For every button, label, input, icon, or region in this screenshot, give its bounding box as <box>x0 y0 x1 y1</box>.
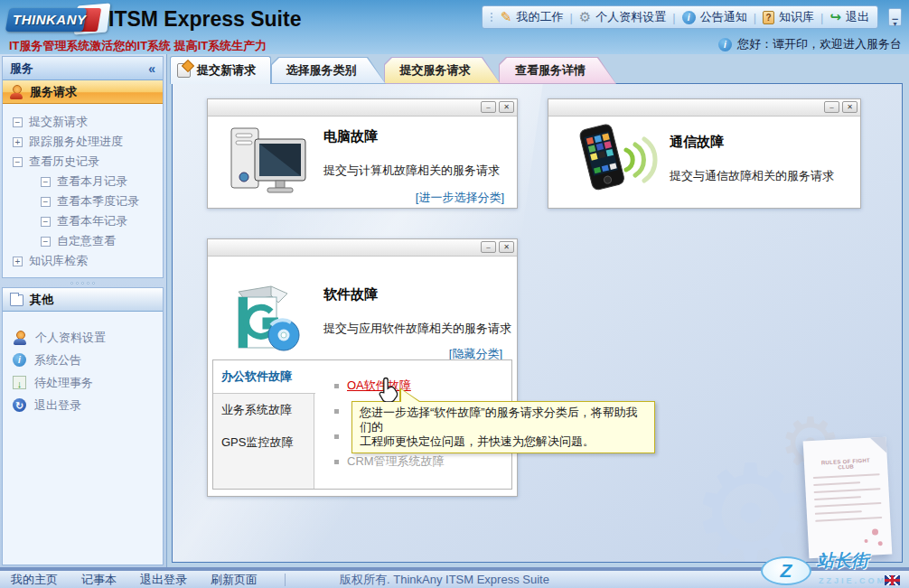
tab-select-category[interactable]: 选择服务类别 <box>271 57 386 84</box>
collapse-box-icon[interactable]: − <box>41 197 51 207</box>
sidebar-item-system-announcements[interactable]: i 系统公告 <box>3 349 163 371</box>
footer-link-home[interactable]: 我的主页 <box>11 572 58 588</box>
sidebar-item-profile-settings[interactable]: 个人资料设置 <box>3 326 163 349</box>
category-tab-office-software[interactable]: 办公软件故障 <box>213 360 315 394</box>
paper-fold-icon <box>870 437 887 454</box>
sidebar-header-other[interactable]: 其他 <box>3 288 163 312</box>
tab-row: 提交新请求 选择服务类别 提交服务请求 查看服务详情 <box>167 54 909 83</box>
card-titlebar <box>208 239 517 257</box>
close-icon[interactable] <box>842 101 857 113</box>
card-description: 提交与应用软件故障相关的服务请求 <box>323 321 511 337</box>
tree-item-year-records[interactable]: − 查看本年记录 <box>3 211 163 231</box>
sidebar-splitter[interactable] <box>2 278 164 287</box>
bullet-icon <box>334 434 339 439</box>
category-item-oa-software[interactable]: OA软件故障 <box>334 373 511 398</box>
footer-link-refresh[interactable]: 刷新页面 <box>211 572 258 588</box>
close-icon[interactable] <box>499 241 514 253</box>
paper-decor: RULES OF FIGHT CLUB <box>803 437 893 559</box>
tab-new-request-label[interactable]: 提交新请求 <box>170 56 271 84</box>
tree-item-history[interactable]: − 查看历史记录 <box>3 152 163 172</box>
footer-divider <box>285 574 286 586</box>
sidebar-panel-services: 服务 « 服务请求 − 提交新请求 + 跟踪服务处理进度 − 查看历史记录 <box>2 56 164 278</box>
tree-item-quarter-records[interactable]: − 查看本季度记录 <box>3 191 163 211</box>
toolbar-profile-settings[interactable]: 个人资料设置 <box>579 9 666 25</box>
card-communication-fault: 通信故障 提交与通信故障相关的服务请求 <box>548 98 861 209</box>
header: THINKANY ITSM Express Suite IT服务管理系统激活您的… <box>0 0 909 54</box>
minimize-icon[interactable] <box>824 101 839 113</box>
category-tab-business-system[interactable]: 业务系统故障 <box>213 394 314 426</box>
thinkany-logo: THINKANY <box>7 4 101 36</box>
toolbar-announcements[interactable]: i 公告通知 <box>682 9 747 25</box>
tab-view-details[interactable]: 查看服务详情 <box>499 57 616 84</box>
card-titlebar <box>208 99 517 117</box>
profile-icon <box>13 331 27 345</box>
app-subtitle: IT服务管理系统激活您的IT系统 提高IT系统生产力 <box>9 38 267 54</box>
knowledge-icon <box>763 11 774 24</box>
main-area: 提交新请求 选择服务类别 提交服务请求 查看服务详情 RULES OF FIGH… <box>167 54 909 567</box>
card-software-fault: 软件故障 提交与应用软件故障相关的服务请求 [隐藏分类] 办公软件故障 业务系统… <box>207 238 518 497</box>
content-panel: RULES OF FIGHT CLUB <box>172 83 903 563</box>
card-titlebar <box>548 99 860 117</box>
collapse-box-icon[interactable]: − <box>41 237 51 247</box>
exit-icon <box>829 9 841 25</box>
card-title: 通信故障 <box>670 134 724 151</box>
toolbar-overflow-button[interactable]: ▁▾ <box>888 8 902 26</box>
sidebar-item-logout[interactable]: 退出登录 <box>3 394 163 416</box>
toolbar-knowledge-base[interactable]: 知识库 <box>763 9 814 25</box>
pending-tasks-icon <box>13 376 26 389</box>
announcement-icon: i <box>13 353 26 367</box>
tree-item-track-progress[interactable]: + 跟踪服务处理进度 <box>3 132 163 152</box>
pencil-icon <box>501 9 512 25</box>
tree-item-month-records[interactable]: − 查看本月记录 <box>3 172 163 191</box>
folder-icon <box>10 294 23 306</box>
collapse-box-icon[interactable]: − <box>13 157 23 167</box>
footer: 我的主页 记事本 退出登录 刷新页面 版权所有. ThinkAny ITSM E… <box>0 567 909 588</box>
person-headset-icon <box>9 85 23 99</box>
toolbar-my-work[interactable]: 我的工作 <box>501 9 564 25</box>
bullet-icon <box>334 409 339 414</box>
info-icon: i <box>682 11 696 24</box>
sidebar-item-pending-tasks[interactable]: 待处理事务 <box>3 371 163 394</box>
collapse-box-icon[interactable]: − <box>13 117 23 127</box>
gear-decor-icon <box>690 435 811 563</box>
form-icon <box>177 63 191 78</box>
tree-item-kb-search[interactable]: + 知识库检索 <box>3 251 163 271</box>
card-title: 软件故障 <box>323 286 378 303</box>
toolbar-exit[interactable]: 退出 <box>829 9 869 25</box>
itsm-app: THINKANY ITSM Express Suite IT服务管理系统激活您的… <box>0 0 909 588</box>
footer-link-logout[interactable]: 退出登录 <box>140 572 187 588</box>
choose-category-link[interactable]: [进一步选择分类] <box>416 190 504 206</box>
tooltip-pointer-icon <box>399 387 421 402</box>
sidebar: 服务 « 服务请求 − 提交新请求 + 跟踪服务处理进度 − 查看历史记录 <box>0 54 167 567</box>
tree-item-custom-view[interactable]: − 自定意查看 <box>3 231 163 251</box>
sidebar-item-service-request[interactable]: 服务请求 <box>3 80 163 104</box>
expand-box-icon[interactable]: + <box>13 257 23 266</box>
category-tab-gps-monitor[interactable]: GPS监控故障 <box>213 426 314 459</box>
card-computer-fault: 电脑故障 提交与计算机故障相关的服务请求 [进一步选择分类] <box>207 98 518 209</box>
bullet-icon <box>334 460 339 464</box>
toolbar-grip-icon[interactable] <box>491 13 492 22</box>
sidebar-header-services[interactable]: 服务 « <box>3 57 163 80</box>
computer-icon <box>226 125 313 201</box>
tab-submit-request[interactable]: 提交服务请求 <box>384 57 501 84</box>
copyright: 版权所有. ThinkAny ITSM Express Suite <box>340 572 549 588</box>
greeting: i 您好：谭开印，欢迎进入服务台 <box>718 36 902 52</box>
minimize-icon[interactable] <box>481 101 496 113</box>
category-tabs: 办公软件故障 业务系统故障 GPS监控故障 <box>213 360 314 489</box>
minimize-icon[interactable] <box>481 241 496 253</box>
close-icon[interactable] <box>499 101 514 113</box>
collapse-icon[interactable]: « <box>148 61 155 76</box>
footer-link-notepad[interactable]: 记事本 <box>81 572 117 588</box>
expand-box-icon[interactable]: + <box>13 137 23 147</box>
collapse-box-icon[interactable]: − <box>41 177 51 187</box>
card-title: 电脑故障 <box>323 128 378 145</box>
logo-text: THINKANY <box>13 12 87 27</box>
service-tree: − 提交新请求 + 跟踪服务处理进度 − 查看历史记录 − 查看本月记录 − <box>3 104 163 271</box>
software-box-icon <box>224 275 311 359</box>
sidebar-panel-other: 其他 个人资料设置 i 系统公告 待处理事务 退出登录 <box>2 287 164 565</box>
footer-links: 我的主页 记事本 退出登录 刷新页面 <box>0 572 258 588</box>
tree-item-new-request[interactable]: − 提交新请求 <box>3 112 163 132</box>
bullet-icon <box>334 384 339 388</box>
collapse-box-icon[interactable]: − <box>41 217 51 227</box>
gears-icon <box>579 9 591 25</box>
